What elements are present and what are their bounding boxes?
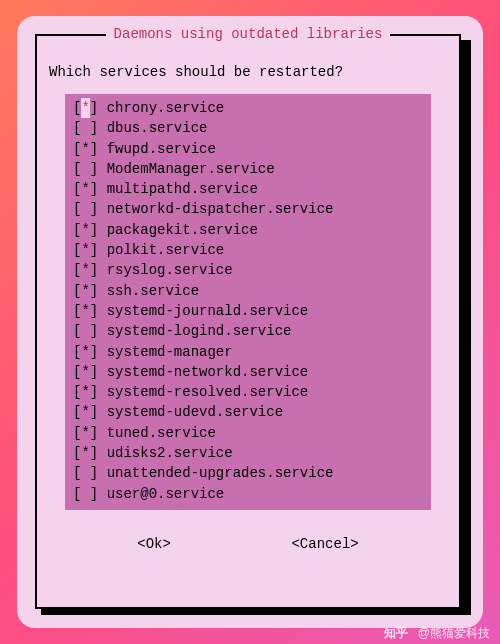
service-name: rsyslog.service — [107, 262, 233, 278]
dialog-shadow: Daemons using outdated libraries Which s… — [35, 34, 465, 609]
service-name: tuned.service — [107, 425, 216, 441]
service-checkbox[interactable]: * — [81, 260, 89, 280]
service-checkbox[interactable] — [81, 484, 89, 504]
service-row[interactable]: [*] systemd-udevd.service — [73, 402, 423, 422]
service-name: polkit.service — [107, 242, 225, 258]
cancel-button[interactable]: <Cancel> — [291, 536, 358, 552]
service-row[interactable]: [ ] systemd-logind.service — [73, 321, 423, 341]
service-checkbox[interactable]: * — [81, 382, 89, 402]
service-name: systemd-journald.service — [107, 303, 309, 319]
service-row[interactable]: [ ] unattended-upgrades.service — [73, 463, 423, 483]
service-checkbox[interactable] — [81, 118, 89, 138]
service-checkbox[interactable] — [81, 321, 89, 341]
service-name: systemd-manager — [107, 344, 233, 360]
service-row[interactable]: [*] udisks2.service — [73, 443, 423, 463]
service-checkbox[interactable] — [81, 159, 89, 179]
service-name: fwupd.service — [107, 141, 216, 157]
service-name: unattended-upgrades.service — [107, 465, 334, 481]
service-checkbox[interactable]: * — [81, 220, 89, 240]
service-checkbox[interactable]: * — [81, 402, 89, 422]
service-name: systemd-udevd.service — [107, 404, 283, 420]
service-name: systemd-logind.service — [107, 323, 292, 339]
card-container: Daemons using outdated libraries Which s… — [17, 16, 483, 628]
dialog-prompt: Which services should be restarted? — [49, 64, 459, 80]
service-checkbox[interactable]: * — [81, 240, 89, 260]
service-name: networkd-dispatcher.service — [107, 201, 334, 217]
dialog-buttons: <Ok> <Cancel> — [77, 536, 419, 552]
service-row[interactable]: [*] systemd-journald.service — [73, 301, 423, 321]
service-checkbox[interactable]: * — [81, 423, 89, 443]
service-row[interactable]: [ ] networkd-dispatcher.service — [73, 199, 423, 219]
service-row[interactable]: [ ] user@0.service — [73, 484, 423, 504]
service-checkbox[interactable]: * — [81, 443, 89, 463]
service-row[interactable]: [*] systemd-resolved.service — [73, 382, 423, 402]
service-row[interactable]: [*] fwupd.service — [73, 139, 423, 159]
service-name: ModemManager.service — [107, 161, 275, 177]
service-row[interactable]: [*] rsyslog.service — [73, 260, 423, 280]
service-checkbox[interactable]: * — [81, 301, 89, 321]
service-checkbox[interactable]: * — [81, 362, 89, 382]
service-name: multipathd.service — [107, 181, 258, 197]
service-checkbox[interactable]: * — [81, 139, 89, 159]
watermark: 知乎 @熊猫爱科技 — [384, 625, 490, 642]
watermark-brand: 知乎 — [384, 626, 408, 640]
service-row[interactable]: [*] systemd-manager — [73, 342, 423, 362]
service-checkbox[interactable] — [81, 199, 89, 219]
service-row[interactable]: [*] multipathd.service — [73, 179, 423, 199]
service-checkbox[interactable]: * — [81, 98, 89, 118]
service-row[interactable]: [ ] dbus.service — [73, 118, 423, 138]
service-row[interactable]: [*] polkit.service — [73, 240, 423, 260]
service-name: udisks2.service — [107, 445, 233, 461]
service-row[interactable]: [*] systemd-networkd.service — [73, 362, 423, 382]
service-name: systemd-resolved.service — [107, 384, 309, 400]
service-row[interactable]: [*] ssh.service — [73, 281, 423, 301]
service-name: chrony.service — [107, 100, 225, 116]
ok-button[interactable]: <Ok> — [137, 536, 171, 552]
dialog-box: Daemons using outdated libraries Which s… — [35, 34, 461, 609]
service-checkbox[interactable] — [81, 463, 89, 483]
service-row[interactable]: [ ] ModemManager.service — [73, 159, 423, 179]
service-name: dbus.service — [107, 120, 208, 136]
service-checkbox[interactable]: * — [81, 281, 89, 301]
service-row[interactable]: [*] chrony.service — [73, 98, 423, 118]
service-list[interactable]: [*] chrony.service[ ] dbus.service[*] fw… — [65, 94, 431, 510]
dialog-title: Daemons using outdated libraries — [106, 26, 391, 42]
service-row[interactable]: [*] tuned.service — [73, 423, 423, 443]
service-name: ssh.service — [107, 283, 199, 299]
service-name: systemd-networkd.service — [107, 364, 309, 380]
service-name: packagekit.service — [107, 222, 258, 238]
service-name: user@0.service — [107, 486, 225, 502]
service-checkbox[interactable]: * — [81, 179, 89, 199]
dialog-title-wrap: Daemons using outdated libraries — [37, 26, 459, 42]
watermark-author: @熊猫爱科技 — [418, 626, 490, 640]
service-row[interactable]: [*] packagekit.service — [73, 220, 423, 240]
service-checkbox[interactable]: * — [81, 342, 89, 362]
